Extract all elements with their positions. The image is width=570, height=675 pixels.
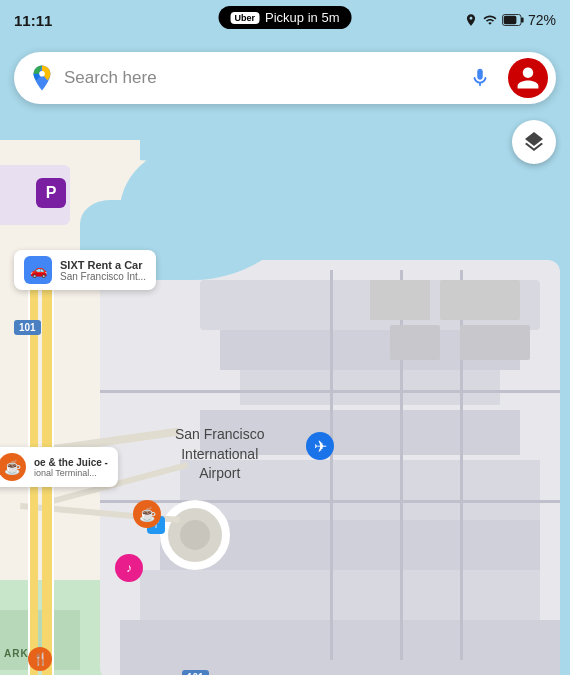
mic-icon — [469, 67, 491, 89]
location-status-icon — [464, 13, 478, 27]
mic-button[interactable] — [460, 58, 500, 98]
uber-pickup-pill[interactable]: Uber Pickup in 5m — [219, 6, 352, 29]
taxiway-h1 — [100, 390, 560, 393]
pink-poi-marker[interactable]: ♪ — [115, 554, 143, 582]
park-label: ARK — [4, 648, 29, 659]
svg-rect-2 — [504, 16, 517, 24]
layers-icon — [522, 130, 546, 154]
terminal-5 — [180, 460, 540, 520]
juice-text: oe & the Juice - ional Terminal... — [34, 457, 108, 478]
svg-rect-1 — [521, 17, 524, 22]
highway-shield-101-bottom: 101 — [182, 670, 209, 675]
uber-pickup-label: Pickup in 5m — [265, 10, 339, 25]
highway-shield-101-top: 101 — [14, 320, 41, 335]
food-poi-icon[interactable]: 🍴 — [28, 647, 52, 671]
building-cluster-3 — [390, 325, 440, 360]
uber-logo: Uber — [231, 12, 260, 24]
airport-plane-icon: ✈ — [306, 432, 334, 460]
avatar-icon — [515, 65, 541, 91]
battery-percentage: 72% — [528, 12, 556, 28]
battery-icon — [502, 13, 524, 27]
juice-icon: ☕ — [0, 453, 26, 481]
parking-icon: P — [36, 178, 66, 208]
park-label-text: ARK — [4, 648, 29, 659]
roundabout-center — [180, 520, 210, 550]
taxiway-h2 — [100, 500, 560, 503]
svg-point-3 — [39, 71, 45, 77]
wifi-icon — [482, 13, 498, 27]
juice-poi-card[interactable]: ☕ oe & the Juice - ional Terminal... — [0, 447, 118, 487]
juice-subname: ional Terminal... — [34, 468, 108, 478]
sixt-subname: San Francisco Int... — [60, 271, 146, 282]
status-right: 72% — [464, 12, 556, 28]
status-time: 11:11 — [14, 12, 52, 29]
taxiway-1 — [330, 270, 333, 660]
terminal-4 — [200, 410, 520, 455]
terminal-8 — [120, 620, 560, 675]
pink-marker-icon: ♪ — [126, 561, 132, 575]
google-maps-logo — [28, 64, 56, 92]
coffee-poi-icon[interactable]: ☕ — [133, 500, 161, 528]
building-cluster-4 — [460, 325, 530, 360]
avatar-button[interactable] — [508, 58, 548, 98]
sixt-poi-card[interactable]: 🚗 SIXT Rent a Car San Francisco Int... — [14, 250, 156, 290]
search-placeholder: Search here — [64, 68, 452, 88]
status-bar: 11:11 Uber Pickup in 5m 72% — [0, 0, 570, 40]
juice-name: oe & the Juice - — [34, 457, 108, 468]
sixt-icon: 🚗 — [24, 256, 52, 284]
highway-label-text: 101 — [19, 322, 36, 333]
search-bar[interactable]: Search here — [14, 52, 556, 104]
building-cluster-1 — [370, 280, 430, 320]
sixt-text: SIXT Rent a Car San Francisco Int... — [60, 259, 146, 282]
building-cluster-2 — [440, 280, 520, 320]
layers-button[interactable] — [512, 120, 556, 164]
sixt-name: SIXT Rent a Car — [60, 259, 146, 271]
